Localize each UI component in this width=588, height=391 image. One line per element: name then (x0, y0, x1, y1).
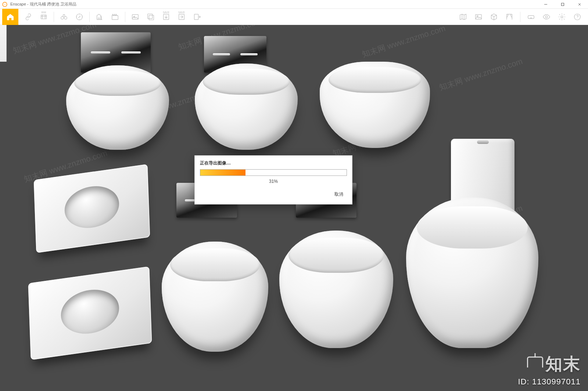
titlebar: Enscape - 现代马桶 蹲便池 卫浴用品 (0, 0, 588, 9)
eye-icon[interactable] (542, 12, 551, 22)
squat-pan-model (34, 164, 150, 253)
window-maximize-button[interactable] (554, 0, 571, 9)
bim-label: BIM (42, 11, 46, 14)
svg-rect-16 (528, 15, 534, 18)
watermark-text: 知末网 www.znzmo.com (361, 25, 447, 60)
box-icon[interactable] (489, 12, 499, 22)
export-save-alt-icon[interactable]: SAVE (177, 12, 186, 22)
vr-headset-icon[interactable] (526, 12, 536, 22)
dialog-title: 正在导出图像… (195, 156, 352, 169)
bim-icon[interactable]: BIM (39, 12, 49, 22)
svg-rect-13 (194, 14, 198, 19)
screenshot-icon[interactable] (130, 12, 140, 22)
svg-point-17 (545, 16, 548, 18)
export-save-icon[interactable]: SAVE (161, 12, 171, 22)
window-minimize-button[interactable] (537, 0, 554, 9)
window-close-button[interactable] (571, 0, 588, 9)
batch-render-icon[interactable] (146, 12, 155, 22)
map-icon[interactable] (458, 12, 468, 22)
host-app-edge (0, 25, 7, 62)
svg-rect-10 (149, 15, 154, 20)
brand-text: 知末 (545, 353, 581, 376)
binoculars-icon[interactable] (59, 12, 69, 22)
save-caption: SAVE (163, 11, 169, 14)
squat-pan-model (28, 266, 152, 360)
link-icon[interactable] (24, 12, 33, 22)
wall-toilet-model (162, 242, 268, 352)
close-coupled-toilet-model (406, 139, 538, 348)
wall-toilet-model (279, 231, 393, 348)
gear-icon[interactable] (557, 12, 567, 22)
wall-toilet-model (320, 62, 430, 148)
svg-rect-6 (112, 15, 118, 19)
svg-rect-7 (132, 14, 139, 19)
toolbar-home-tab[interactable] (2, 9, 18, 25)
brand-cap-icon (527, 356, 543, 368)
export-icon[interactable] (192, 12, 202, 22)
help-icon[interactable] (573, 12, 582, 22)
svg-point-18 (561, 16, 563, 18)
wall-toilet-model (195, 64, 298, 150)
curtain-icon[interactable] (505, 12, 514, 22)
svg-point-4 (64, 17, 67, 19)
toolbar-separator (520, 12, 520, 22)
toolbar: BIM SAVE SAVE (0, 9, 588, 25)
compass-icon[interactable] (75, 12, 84, 22)
svg-rect-9 (148, 14, 153, 18)
clapperboard-icon[interactable] (110, 12, 120, 22)
viewport-3d[interactable]: 知末网 www.znzmo.com 知末网 www.znzmo.com 知末网 … (0, 25, 588, 391)
window-title: Enscape - 现代马桶 蹲便池 卫浴用品 (10, 1, 537, 7)
svg-rect-2 (41, 15, 47, 19)
app-icon (1, 1, 8, 8)
building-icon[interactable] (95, 12, 104, 22)
svg-point-3 (61, 17, 64, 19)
progress-bar (200, 169, 347, 176)
export-progress-dialog: 正在导出图像… 31% 取消 (194, 155, 352, 204)
progress-bar-fill (200, 170, 245, 175)
svg-rect-14 (476, 14, 482, 19)
site-brand-watermark: 知末 (527, 353, 581, 376)
svg-rect-1 (562, 3, 564, 6)
watermark-text: 知末网 www.znzmo.com (438, 56, 524, 93)
asset-id: ID: 1130997011 (518, 377, 581, 387)
progress-percent: 31% (195, 176, 352, 185)
cancel-button[interactable]: 取消 (331, 190, 346, 199)
save-caption-2: SAVE (178, 11, 185, 14)
image-icon[interactable] (474, 12, 483, 22)
wall-toilet-model (66, 65, 169, 150)
